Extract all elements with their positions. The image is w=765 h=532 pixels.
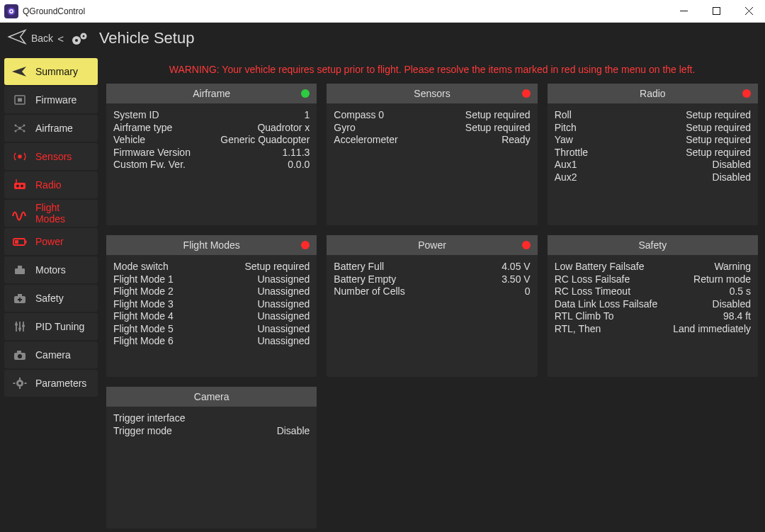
sidebar-item-label: Camera [35, 349, 71, 361]
back-label: Back [31, 33, 53, 44]
card-row: Flight Mode 5Unassigned [113, 323, 310, 336]
row-key: Low Battery Failsafe [555, 261, 715, 273]
card-row: Trigger interface [113, 412, 310, 425]
sidebar-item-sensors[interactable]: Sensors [4, 143, 98, 170]
card-body: Trigger interfaceTrigger modeDisable [106, 407, 317, 528]
back-button[interactable]: Back < [7, 27, 64, 50]
card-title: Radio [548, 88, 758, 99]
battery-icon [10, 233, 30, 250]
card-row: RC Loss Timeout0.5 s [555, 285, 751, 298]
card-airframe: AirframeSystem ID1Airframe typeQuadrotor… [106, 84, 317, 225]
card-row: Number of Cells0 [334, 285, 530, 298]
plane-icon [7, 27, 27, 50]
sidebar-item-safety[interactable]: Safety [4, 285, 98, 312]
window-title: QGroundControl [23, 6, 85, 16]
sidebar-item-radio[interactable]: Radio [4, 171, 98, 198]
row-value: Disabled [713, 171, 751, 184]
card-row: RTL, ThenLand immediately [555, 323, 751, 336]
sidebar-item-label: Parameters [35, 378, 86, 389]
row-value: Unassigned [257, 285, 310, 298]
svg-rect-44 [13, 383, 16, 384]
row-value: Warning [714, 261, 751, 273]
row-key: Flight Mode 2 [113, 285, 257, 298]
card-header: Sensors [327, 84, 537, 103]
status-dot-red [301, 241, 310, 249]
sidebar-item-label: Safety [35, 293, 64, 304]
sidebar-item-label: Airframe [35, 123, 73, 134]
card-header: Radio [548, 84, 758, 103]
svg-rect-27 [15, 268, 25, 274]
sidebar-item-summary[interactable]: Summary [4, 58, 98, 85]
row-value: Setup required [686, 147, 751, 159]
row-key: Roll [555, 109, 686, 122]
card-body: Battery Full4.05 VBattery Empty3.50 VNum… [327, 255, 537, 377]
card-title: Sensors [327, 88, 537, 99]
card-body: Compass 0Setup requiredGyroSetup require… [327, 103, 537, 225]
card-row: Battery Empty3.50 V [334, 273, 530, 286]
radio-icon [10, 176, 30, 193]
window-maximize-button[interactable] [700, 0, 732, 23]
window-minimize-button[interactable] [667, 0, 700, 23]
card-header: Camera [106, 387, 317, 407]
card-row: AccelerometerReady [334, 134, 530, 147]
gear-icon [10, 375, 30, 392]
svg-rect-28 [18, 266, 22, 268]
row-value: 1.11.3 [282, 147, 310, 159]
svg-point-36 [22, 324, 25, 327]
svg-point-35 [18, 327, 21, 330]
card-title: Camera [106, 391, 317, 402]
sidebar-item-airframe[interactable]: Airframe [4, 115, 98, 142]
card-header: Airframe [106, 84, 317, 103]
warning-banner: WARNING: Your vehicle requires setup pri… [106, 58, 758, 84]
card-row: PitchSetup required [555, 122, 751, 135]
card-row: Aux1Disabled [555, 159, 751, 171]
card-flightmodes: Flight ModesMode switchSetup requiredFli… [106, 235, 317, 377]
row-value: Disable [277, 425, 310, 438]
row-value: 1 [305, 109, 310, 122]
sidebar-item-pidtuning[interactable]: PID Tuning [4, 313, 98, 340]
card-row: Battery Full4.05 V [334, 261, 530, 273]
app-icon [4, 4, 18, 18]
sidebar-item-power[interactable]: Power [4, 228, 98, 255]
row-key: Battery Full [334, 261, 502, 273]
card-power: PowerBattery Full4.05 VBattery Empty3.50… [327, 235, 537, 377]
sidebar-item-parameters[interactable]: Parameters [4, 370, 98, 397]
svg-rect-3 [713, 8, 720, 15]
svg-rect-38 [17, 351, 21, 353]
window-close-button[interactable] [732, 0, 765, 23]
card-title: Safety [548, 239, 758, 251]
row-value: 3.50 V [502, 273, 530, 286]
card-row: Mode switchSetup required [113, 261, 310, 273]
row-key: RTL, Then [555, 323, 674, 336]
card-row: RTL Climb To98.4 ft [555, 310, 751, 323]
card-row: Firmware Version1.11.3 [113, 147, 310, 159]
sidebar-item-label: Firmware [35, 94, 76, 106]
status-dot-red [742, 89, 751, 98]
row-key: Vehicle [113, 134, 220, 147]
summary-grid: AirframeSystem ID1Airframe typeQuadrotor… [106, 84, 758, 528]
sidebar-item-flightmodes[interactable]: Flight Modes [4, 200, 98, 227]
row-key: Gyro [334, 122, 465, 135]
svg-rect-25 [25, 241, 27, 244]
svg-point-41 [18, 382, 21, 385]
status-dot-red [522, 89, 531, 98]
row-value: Setup required [465, 122, 531, 135]
sidebar-item-motors[interactable]: Motors [4, 256, 98, 283]
sliders-icon [10, 318, 30, 335]
sidebar-item-label: Sensors [35, 151, 72, 162]
row-key: Flight Mode 5 [113, 323, 257, 336]
chip-icon [10, 91, 30, 108]
row-key: Number of Cells [334, 285, 525, 298]
row-value: Setup required [244, 261, 310, 273]
svg-point-2 [11, 10, 13, 12]
card-row: GyroSetup required [334, 122, 530, 135]
sidebar-item-camera[interactable]: Camera [4, 341, 98, 368]
sidebar-item-label: Motors [35, 264, 66, 276]
svg-point-21 [16, 185, 19, 188]
card-body: Low Battery FailsafeWarningRC Loss Fails… [548, 255, 758, 377]
card-body: Mode switchSetup requiredFlight Mode 1Un… [106, 255, 317, 377]
row-key: Flight Mode 3 [113, 298, 257, 311]
row-key: Flight Mode 6 [113, 335, 257, 348]
sidebar-item-firmware[interactable]: Firmware [4, 86, 98, 113]
main-content: WARNING: Your vehicle requires setup pri… [102, 54, 765, 532]
